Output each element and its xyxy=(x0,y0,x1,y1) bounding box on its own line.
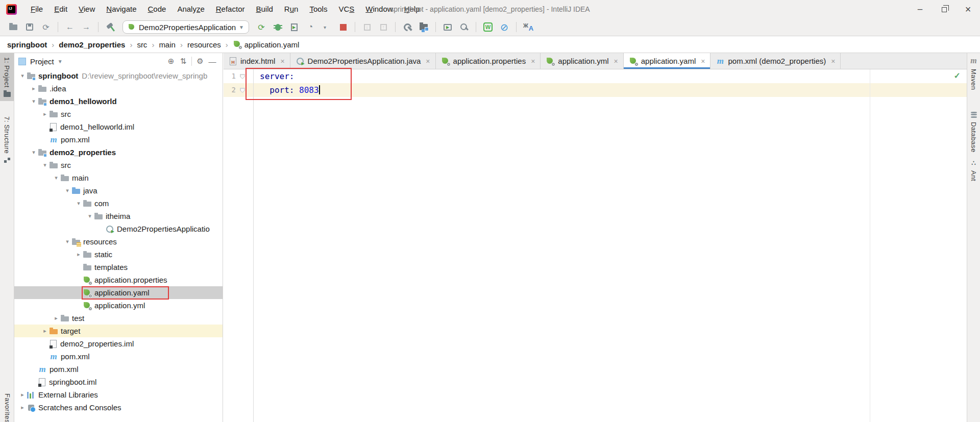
tree-item-src[interactable]: ▾src xyxy=(14,159,223,171)
sidebar-item-database[interactable]: Database xyxy=(970,112,977,153)
code-area[interactable]: server: port: 8083 xyxy=(254,69,967,422)
profiler-dropdown-icon[interactable]: ▾ xyxy=(320,20,333,34)
tree-item-Demo2PropertiesApplicatio[interactable]: Demo2PropertiesApplicatio xyxy=(14,222,223,235)
menu-view[interactable]: View xyxy=(73,0,101,18)
menu-run[interactable]: Run xyxy=(279,0,304,18)
close-tab-icon[interactable]: × xyxy=(531,57,535,65)
run-with-coverage-icon[interactable]: ▶ xyxy=(287,20,301,34)
fold-marker-icon[interactable] xyxy=(240,74,245,79)
back-icon[interactable]: ← xyxy=(63,20,77,34)
chevron-down-icon[interactable]: ▾ xyxy=(63,238,71,245)
settings-wrench-icon[interactable] xyxy=(401,20,414,34)
chevron-down-icon[interactable]: ▾ xyxy=(75,200,83,207)
close-button[interactable]: × xyxy=(956,0,980,18)
close-tab-icon[interactable]: × xyxy=(831,57,835,65)
tab-application.yaml[interactable]: application.yaml× xyxy=(624,53,711,69)
breadcrumb-item-resources[interactable]: resources xyxy=(187,40,221,49)
tree-item-Scratches and Consoles[interactable]: ▸Scratches and Consoles xyxy=(14,401,223,414)
tree-item-target[interactable]: ▸target xyxy=(14,325,223,337)
sidebar-item-favorites[interactable]: Favorites xyxy=(0,393,14,422)
tree-item-itheima[interactable]: ▾itheima xyxy=(14,210,223,222)
breadcrumb-item-src[interactable]: src xyxy=(137,40,147,49)
chevron-down-icon[interactable]: ▾ xyxy=(63,187,71,194)
project-structure-icon[interactable] xyxy=(417,20,430,34)
tree-item-External Libraries[interactable]: ▸External Libraries xyxy=(14,388,223,401)
menu-edit[interactable]: Edit xyxy=(48,0,73,18)
tree-item-pom.xml[interactable]: mpom.xml xyxy=(14,133,223,146)
rerun-icon[interactable]: ⟳ xyxy=(255,20,268,34)
chevron-down-icon[interactable]: ▾ xyxy=(41,162,49,168)
chevron-right-icon[interactable]: ▸ xyxy=(30,85,38,92)
chevron-down-icon[interactable]: ▼ xyxy=(58,59,63,64)
menu-vcs[interactable]: VCS xyxy=(333,0,360,18)
prohibit-icon[interactable]: ⊘ xyxy=(498,20,511,34)
tab-pom.xml-demo2-properties-[interactable]: mpom.xml (demo2_properties)× xyxy=(710,53,841,69)
tree-item-java[interactable]: ▾java xyxy=(14,184,223,197)
tree-item-demo1_helloworld.iml[interactable]: demo1_helloworld.iml xyxy=(14,120,223,133)
chevron-right-icon[interactable]: ▸ xyxy=(18,391,27,398)
tree-item-com[interactable]: ▾com xyxy=(14,197,223,210)
tab-Demo2PropertiesApplication.java[interactable]: Demo2PropertiesApplication.java× xyxy=(290,53,436,69)
inspections-ok-icon[interactable]: ✓ xyxy=(954,71,961,81)
open-icon[interactable] xyxy=(7,20,20,34)
minimize-button[interactable]: – xyxy=(908,0,932,18)
gear-icon[interactable]: ⚙ xyxy=(194,57,206,66)
debug-icon[interactable] xyxy=(271,20,284,34)
chevron-down-icon[interactable]: ▾ xyxy=(52,175,60,181)
tree-item-templates[interactable]: templates xyxy=(14,261,223,274)
breadcrumb-item-demo2_properties[interactable]: demo2_properties xyxy=(59,40,125,49)
tree-item-src[interactable]: ▸src xyxy=(14,108,223,120)
locate-file-button[interactable]: ⊕ xyxy=(165,57,177,66)
chevron-right-icon[interactable]: ▸ xyxy=(41,328,49,334)
sidebar-item-maven[interactable]: m Maven xyxy=(970,56,977,90)
search-everywhere-icon[interactable] xyxy=(457,20,471,34)
hide-panel-button[interactable]: — xyxy=(206,57,218,66)
save-icon[interactable] xyxy=(23,20,36,34)
menu-file[interactable]: File xyxy=(25,0,48,18)
sidebar-item-ant[interactable]: ∴ Ant xyxy=(970,159,977,181)
run-anything-icon[interactable]: ▶ xyxy=(441,20,454,34)
close-tab-icon[interactable]: × xyxy=(701,57,705,65)
close-tab-icon[interactable]: × xyxy=(280,57,284,65)
sync-icon[interactable]: ⟳ xyxy=(39,20,53,34)
menu-build[interactable]: Build xyxy=(250,0,278,18)
chevron-down-icon[interactable]: ▾ xyxy=(30,98,38,105)
menu-refactor[interactable]: Refactor xyxy=(210,0,251,18)
chevron-down-icon[interactable]: ▾ xyxy=(18,72,27,79)
tree-item-demo1_helloworld[interactable]: ▾demo1_helloworld xyxy=(14,95,223,108)
tree-item-pom.xml[interactable]: mpom.xml xyxy=(14,350,223,363)
profiler-icon[interactable]: ◔ xyxy=(304,20,317,34)
tree-item-application.yml[interactable]: application.yml xyxy=(14,299,223,312)
upload-artifact-icon[interactable]: ↑ xyxy=(377,20,390,34)
tree-item-test[interactable]: ▸test xyxy=(14,312,223,325)
tab-index.html[interactable]: Hindex.html× xyxy=(224,53,290,69)
tree-item-demo2_properties[interactable]: ▾demo2_properties xyxy=(14,146,223,159)
tree-item-resources[interactable]: ▾resources xyxy=(14,235,223,248)
breadcrumb-item-application.yaml[interactable]: application.yaml xyxy=(233,40,300,49)
chevron-right-icon[interactable]: ▸ xyxy=(18,404,27,411)
editor-body[interactable]: 1 2 server: port: 8083 ✓ xyxy=(224,69,967,422)
forward-icon[interactable]: → xyxy=(80,20,93,34)
chevron-right-icon[interactable]: ▸ xyxy=(52,315,60,321)
chevron-right-icon[interactable]: ▸ xyxy=(41,111,49,117)
chevron-down-icon[interactable]: ▾ xyxy=(30,149,38,156)
tree-item-demo2_properties.iml[interactable]: demo2_properties.iml xyxy=(14,337,223,350)
collapse-all-button[interactable]: ⇅ xyxy=(177,57,189,66)
build-hammer-icon[interactable] xyxy=(104,20,117,34)
chevron-down-icon[interactable]: ▾ xyxy=(86,213,94,219)
tree-item-pom.xml[interactable]: mpom.xml xyxy=(14,363,223,376)
tab-application.yml[interactable]: application.yml× xyxy=(541,53,623,69)
tree-item-main[interactable]: ▾main xyxy=(14,171,223,184)
breadcrumb-item-main[interactable]: main xyxy=(159,40,176,49)
fold-marker-icon[interactable] xyxy=(240,88,245,93)
stop-icon[interactable] xyxy=(336,20,350,34)
translate-icon[interactable]: ЖA xyxy=(522,20,535,34)
close-tab-icon[interactable]: × xyxy=(614,57,618,65)
sidebar-item-structure[interactable]: 7: Structure xyxy=(0,112,14,167)
w-plugin-icon[interactable]: W xyxy=(481,20,495,34)
tree-item-springboot.iml[interactable]: springboot.iml xyxy=(14,376,223,388)
attach-debugger-icon[interactable]: ↓ xyxy=(360,20,374,34)
menu-analyze[interactable]: Analyze xyxy=(172,0,210,18)
menu-navigate[interactable]: Navigate xyxy=(101,0,142,18)
tree-item-springboot[interactable]: ▾springbootD:\review_springboot\review_s… xyxy=(14,69,223,82)
